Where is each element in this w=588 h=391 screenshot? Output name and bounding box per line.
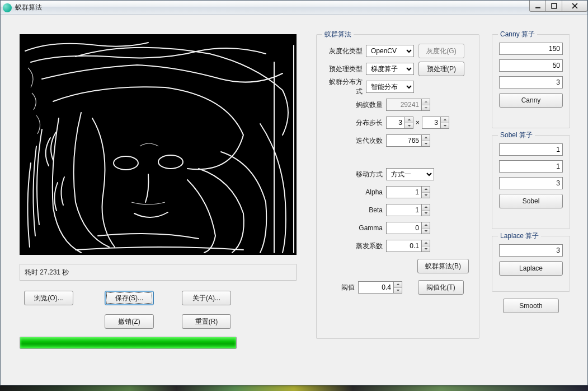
sobel-param2-input[interactable]	[499, 160, 563, 173]
gamma-spinner[interactable]	[422, 222, 430, 234]
run-ant-button[interactable]: 蚁群算法(B)	[417, 259, 469, 273]
canny-param3-input[interactable]	[499, 76, 563, 89]
save-button[interactable]: 保存(S)...	[105, 291, 154, 305]
laplace-group: Laplace 算子 Laplace	[492, 236, 570, 292]
gray-type-label: 灰度化类型	[323, 46, 366, 56]
svg-rect-2	[20, 34, 297, 255]
ant-count-spinner[interactable]	[422, 99, 430, 111]
times-symbol: ×	[416, 119, 420, 127]
alpha-label: Alpha	[323, 188, 386, 196]
iteration-label: 迭代次数	[323, 136, 386, 146]
sobel-button[interactable]: Sobel	[499, 194, 563, 208]
ant-count-input	[386, 99, 422, 111]
evap-spinner[interactable]	[422, 240, 430, 252]
status-text: 耗时 27.231 秒	[20, 264, 297, 281]
threshold-input[interactable]	[358, 281, 394, 294]
laplace-legend: Laplace 算子	[498, 231, 541, 241]
move-mode-label: 移动方式	[323, 170, 386, 179]
svg-rect-0	[535, 7, 540, 8]
canny-legend: Canny 算子	[498, 30, 537, 39]
edge-image	[20, 34, 297, 255]
client-area: 耗时 27.231 秒 浏览(O)... 保存(S)... 关于(A)... 撤…	[1, 15, 587, 385]
threshold-label: 阈值	[323, 283, 358, 292]
step-y-input[interactable]	[422, 117, 441, 129]
progress-fill	[20, 337, 236, 348]
sobel-group: Sobel 算子 Sobel	[492, 135, 570, 229]
step-x-input[interactable]	[386, 117, 405, 129]
close-button[interactable]	[562, 1, 587, 12]
gamma-label: Gamma	[323, 224, 386, 232]
canny-param1-input[interactable]	[499, 43, 563, 55]
canny-button[interactable]: Canny	[499, 93, 563, 108]
ant-colony-legend: 蚁群算法	[322, 30, 354, 39]
canny-group: Canny 算子 Canny	[492, 34, 570, 128]
maximize-button[interactable]	[545, 1, 562, 12]
reset-button[interactable]: 重置(R)	[182, 314, 231, 329]
about-button[interactable]: 关于(A)...	[182, 291, 231, 305]
app-icon	[3, 3, 12, 12]
iteration-input[interactable]	[386, 134, 422, 147]
laplace-param1-input[interactable]	[499, 244, 563, 257]
beta-input[interactable]	[386, 204, 422, 216]
smooth-button[interactable]: Smooth	[503, 299, 559, 313]
ant-colony-group: 蚁群算法 灰度化类型 OpenCV 灰度化(G) 预处理类型 梯度算子 预处理(…	[316, 34, 479, 339]
progress-bar	[20, 337, 237, 349]
alpha-input[interactable]	[386, 186, 422, 198]
beta-label: Beta	[323, 206, 386, 214]
app-window: 蚁群算法	[0, 0, 588, 385]
step-label: 分布步长	[323, 118, 386, 128]
browse-button[interactable]: 浏览(O)...	[24, 291, 73, 305]
svg-rect-1	[552, 3, 557, 8]
threshold-button[interactable]: 阈值化(T)	[418, 280, 464, 295]
sobel-param1-input[interactable]	[499, 143, 563, 156]
ant-count-label: 蚂蚁数量	[323, 100, 386, 110]
preprocess-type-label: 预处理类型	[323, 64, 366, 74]
preprocess-type-select[interactable]: 梯度算子	[366, 63, 414, 75]
laplace-button[interactable]: Laplace	[499, 261, 563, 276]
image-display	[20, 34, 297, 255]
gamma-input[interactable]	[386, 222, 422, 234]
distribution-label: 蚁群分布方式	[323, 77, 366, 96]
move-mode-select[interactable]: 方式一	[386, 168, 434, 180]
step-x-spinner[interactable]	[405, 117, 413, 129]
gray-type-select[interactable]: OpenCV	[366, 45, 414, 57]
evap-input[interactable]	[386, 240, 422, 252]
minimize-button[interactable]	[529, 1, 546, 12]
alpha-spinner[interactable]	[422, 186, 430, 198]
preprocess-button[interactable]: 预处理(P)	[418, 62, 464, 76]
step-y-spinner[interactable]	[441, 117, 449, 129]
title-bar[interactable]: 蚁群算法	[1, 1, 587, 15]
sobel-legend: Sobel 算子	[498, 131, 535, 140]
undo-button[interactable]: 撤销(Z)	[105, 314, 154, 329]
sobel-param3-input[interactable]	[499, 177, 563, 189]
threshold-spinner[interactable]	[394, 281, 402, 294]
evap-label: 蒸发系数	[323, 241, 386, 251]
window-title: 蚁群算法	[15, 3, 42, 12]
distribution-select[interactable]: 智能分布	[366, 81, 414, 93]
gray-button[interactable]: 灰度化(G)	[418, 44, 464, 58]
canny-param2-input[interactable]	[499, 59, 563, 72]
iteration-spinner[interactable]	[422, 134, 430, 147]
beta-spinner[interactable]	[422, 204, 430, 216]
